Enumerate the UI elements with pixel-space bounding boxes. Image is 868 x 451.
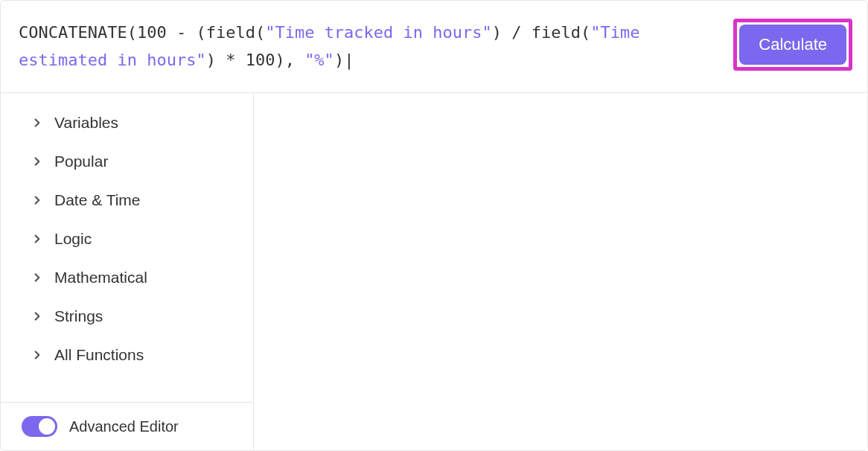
category-item[interactable]: Mathematical xyxy=(1,258,253,297)
category-item[interactable]: Date & Time xyxy=(1,181,253,220)
category-item[interactable]: Strings xyxy=(1,297,253,336)
category-label: All Functions xyxy=(54,346,144,364)
advanced-editor-label: Advanced Editor xyxy=(69,418,179,435)
formula-bar: CONCATENATE(100 - (field("Time tracked i… xyxy=(1,1,867,93)
category-item[interactable]: All Functions xyxy=(1,336,253,374)
category-label: Strings xyxy=(54,307,103,325)
category-label: Logic xyxy=(54,230,92,248)
toggle-knob xyxy=(39,418,55,435)
calculate-button[interactable]: Calculate xyxy=(739,25,846,65)
main-area: VariablesPopularDate & TimeLogicMathemat… xyxy=(1,93,867,450)
formula-token-string: "Time tracked in hours" xyxy=(265,23,492,42)
sidebar-footer: Advanced Editor xyxy=(1,402,253,450)
formula-token-plain: ( xyxy=(255,23,265,42)
formula-token-func: CONCATENATE xyxy=(19,23,127,42)
category-label: Popular xyxy=(54,153,108,170)
category-label: Mathematical xyxy=(54,269,147,287)
calculate-highlight: Calculate xyxy=(733,19,852,71)
category-item[interactable]: Logic xyxy=(1,220,253,258)
formula-token-plain: ) xyxy=(334,51,344,69)
formula-token-field-kw: field xyxy=(206,23,255,42)
category-label: Date & Time xyxy=(54,191,141,209)
formula-editor-container: CONCATENATE(100 - (field("Time tracked i… xyxy=(0,0,868,451)
formula-token-plain: ) * 100), xyxy=(206,51,304,69)
content-area xyxy=(254,93,867,450)
formula-token-field-kw: field xyxy=(532,23,581,42)
formula-token-plain: (100 - ( xyxy=(127,23,206,42)
formula-token-plain: ) / xyxy=(492,23,532,42)
formula-token-string: "%" xyxy=(304,51,334,69)
formula-input[interactable]: CONCATENATE(100 - (field("Time tracked i… xyxy=(19,19,718,74)
category-label: Variables xyxy=(54,114,118,132)
advanced-editor-toggle[interactable] xyxy=(22,416,57,437)
category-list: VariablesPopularDate & TimeLogicMathemat… xyxy=(1,93,253,402)
category-item[interactable]: Variables xyxy=(1,103,253,142)
sidebar: VariablesPopularDate & TimeLogicMathemat… xyxy=(1,93,254,450)
formula-token-plain: ( xyxy=(581,23,590,42)
text-cursor: | xyxy=(344,51,354,69)
category-item[interactable]: Popular xyxy=(1,142,253,181)
